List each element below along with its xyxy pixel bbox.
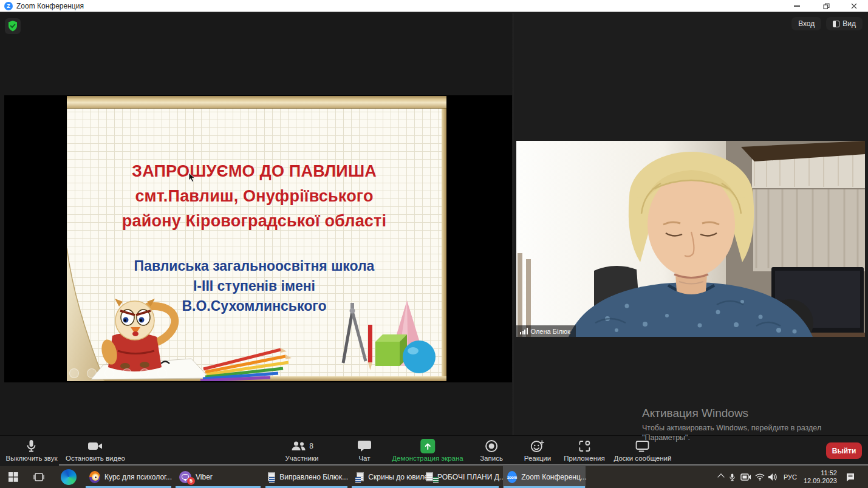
apps-icon xyxy=(578,439,591,453)
taskbar-clock[interactable]: 11:52 12.09.2023 xyxy=(802,466,837,488)
speaker-icon xyxy=(768,473,777,481)
minimize-icon xyxy=(794,5,800,6)
share-screen-button[interactable]: Демонстрация экрана xyxy=(392,438,463,462)
player-grid-button[interactable] xyxy=(122,368,132,378)
action-center-button[interactable] xyxy=(843,466,858,488)
task-view-button[interactable] xyxy=(29,466,49,488)
player-pen-button[interactable] xyxy=(104,368,114,378)
participant-video-tile[interactable]: Олена Білюк xyxy=(516,141,865,337)
zoom-app-icon: Z xyxy=(4,2,13,10)
tray-wifi-button[interactable] xyxy=(754,466,766,488)
player-next-button[interactable] xyxy=(87,368,97,378)
chat-button[interactable]: Чат xyxy=(357,438,372,462)
restore-button[interactable] xyxy=(812,0,840,12)
course-app-icon xyxy=(89,471,100,483)
windows-logo-icon xyxy=(9,472,18,482)
shared-screen-viewport: ЗАПРОШУЄМО ДО ПАВЛИША смт.Павлиш, Онуфрі… xyxy=(4,95,513,382)
stop-video-button[interactable]: Остановить видео xyxy=(66,438,125,462)
minimize-button[interactable] xyxy=(783,0,811,12)
audio-level-icon xyxy=(520,328,528,334)
meeting-toolbar: Выключить звук Остановить видео xyxy=(0,435,868,466)
microphone-icon xyxy=(26,439,37,453)
viber-badge: 5 xyxy=(187,477,195,485)
slide-player-controls[interactable] xyxy=(69,368,167,378)
signin-label: Вход xyxy=(798,19,815,28)
apps-button[interactable]: Приложения xyxy=(564,438,604,462)
whiteboards-label: Доски сообщений xyxy=(614,455,672,462)
task-label: Виправлено Білюк... xyxy=(279,473,348,481)
window-bottom-edge xyxy=(59,464,868,466)
slide-frame-top xyxy=(67,96,446,109)
video-camera-icon xyxy=(87,441,103,452)
view-layout-icon xyxy=(833,21,839,27)
whiteboards-button[interactable]: Доски сообщений xyxy=(614,438,672,462)
task-label: РОБОЧІ ПЛАНИ Д... xyxy=(437,473,505,481)
player-more-button[interactable] xyxy=(157,368,167,378)
view-button[interactable]: Вид xyxy=(826,17,863,30)
player-zoom-button[interactable] xyxy=(140,368,149,378)
start-button[interactable] xyxy=(4,466,23,488)
participants-icon xyxy=(290,440,306,452)
view-label: Вид xyxy=(842,19,856,28)
shared-screen-region: ЗАПРОШУЄМО ДО ПАВЛИША смт.Павлиш, Онуфрі… xyxy=(0,13,513,435)
presentation-slide[interactable]: ЗАПРОШУЄМО ДО ПАВЛИША смт.Павлиш, Онуфрі… xyxy=(67,96,446,381)
mute-button[interactable]: Выключить звук xyxy=(6,438,58,462)
taskbar-task-viber[interactable]: 5 Viber xyxy=(175,466,261,488)
taskbar-task-excel[interactable]: РОБОЧІ ПЛАНИ Д... xyxy=(429,466,499,488)
tray-expand-button[interactable] xyxy=(716,466,726,488)
taskbar-task-course[interactable]: Курс для психолог... xyxy=(85,466,172,488)
player-prev-button[interactable] xyxy=(69,368,79,378)
zoom-app-icon: zoom xyxy=(507,471,517,483)
microphone-icon xyxy=(729,473,736,482)
participant-name: Олена Білюк xyxy=(531,328,570,335)
participants-label: Участники xyxy=(285,455,319,462)
share-screen-icon xyxy=(420,439,435,453)
edge-browser-button[interactable] xyxy=(58,466,79,488)
record-button[interactable]: Запись xyxy=(480,438,503,462)
geometry-art xyxy=(343,300,436,373)
chat-bubble-icon xyxy=(357,440,372,452)
windows-taskbar: Курс для психолог... 5 Viber Виправлено … xyxy=(0,466,868,488)
edge-browser-icon xyxy=(61,469,77,485)
task-label: Курс для психолог... xyxy=(104,473,172,481)
stop-video-label: Остановить видео xyxy=(66,455,125,462)
close-button[interactable] xyxy=(840,0,868,12)
reactions-label: Реакции xyxy=(524,455,551,462)
task-label: Zoom Конференц... xyxy=(521,473,587,481)
slide-subtitle-line: Павлиська загальноосвітня школа xyxy=(67,256,442,276)
word-document-icon xyxy=(269,472,275,483)
tray-volume-button[interactable] xyxy=(766,466,779,488)
participants-button[interactable]: 8 Участники xyxy=(285,438,319,462)
signin-button[interactable]: Вход xyxy=(791,17,821,30)
pencils-art xyxy=(200,348,292,381)
record-icon xyxy=(485,439,498,453)
slide-title-line: ЗАПРОШУЄМО ДО ПАВЛИША xyxy=(67,159,442,184)
restore-icon xyxy=(823,3,830,10)
chevron-up-icon xyxy=(717,473,724,480)
whiteboard-icon xyxy=(635,440,650,452)
clock-time: 11:52 xyxy=(802,469,837,477)
apps-label: Приложения xyxy=(564,455,604,462)
tray-mic-button[interactable] xyxy=(727,466,737,488)
taskbar-task-word1[interactable]: Виправлено Білюк... xyxy=(265,466,348,488)
mute-label: Выключить звук xyxy=(6,455,58,462)
task-label: Скрины до ювиле... xyxy=(368,473,434,481)
meeting-top-actions: Вход Вид xyxy=(791,17,863,30)
notification-icon xyxy=(846,473,855,482)
share-screen-label: Демонстрация экрана xyxy=(392,455,463,462)
leave-meeting-button[interactable]: Выйти xyxy=(826,442,862,459)
word-document-icon xyxy=(355,472,364,483)
taskbar-task-zoom[interactable]: zoom Zoom Конференц... xyxy=(503,466,586,488)
zoom-meeting-window: Z Zoom Конференция xyxy=(0,0,868,488)
webcam-scene xyxy=(516,141,865,337)
tray-camera-button[interactable] xyxy=(739,466,753,488)
security-shield-button[interactable] xyxy=(5,18,21,34)
participant-name-tag: Олена Білюк xyxy=(516,325,576,337)
taskbar-task-word2[interactable]: Скрины до ювиле... xyxy=(351,466,434,488)
language-indicator[interactable]: РУС xyxy=(781,466,799,488)
reactions-button[interactable]: Реакции xyxy=(524,438,551,462)
window-titlebar: Z Zoom Конференция xyxy=(0,0,868,12)
chat-label: Чат xyxy=(358,455,370,462)
participants-count: 8 xyxy=(309,442,313,450)
mouse-cursor xyxy=(188,173,196,183)
